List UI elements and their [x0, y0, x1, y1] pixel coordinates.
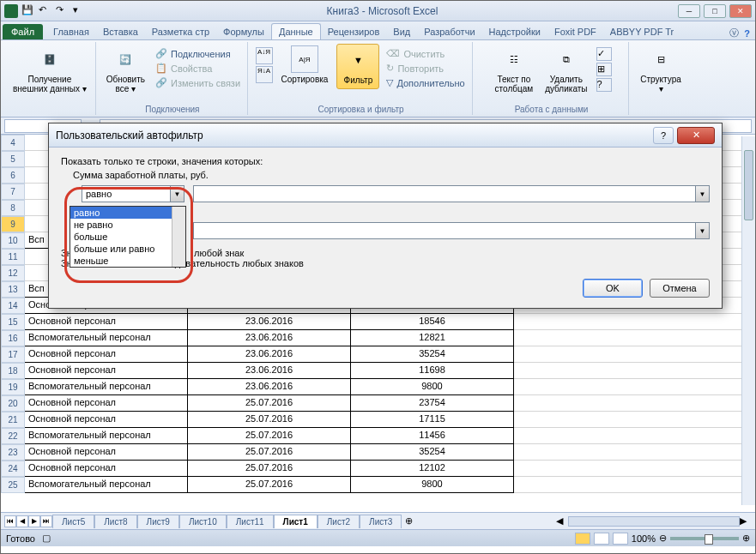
cell[interactable]: 25.07.2016	[188, 461, 351, 477]
cell[interactable]: 12102	[351, 461, 514, 477]
zoom-in-button[interactable]: ⊕	[742, 533, 750, 544]
sort-az-icon[interactable]: A↓Я	[256, 47, 273, 64]
tab-insert[interactable]: Вставка	[96, 24, 145, 39]
tab-view[interactable]: Вид	[386, 24, 417, 39]
dropdown-scrollbar[interactable]	[172, 207, 185, 267]
ok-button[interactable]: OK	[583, 279, 643, 298]
row-header[interactable]: 11	[1, 249, 25, 265]
cell[interactable]: 23.06.2016	[188, 314, 351, 330]
zoom-out-button[interactable]: ⊖	[659, 533, 667, 544]
text-to-columns-button[interactable]: ☷ Текст по столбцам	[492, 44, 537, 95]
pagelayout-view-button[interactable]	[594, 533, 609, 545]
tab-data[interactable]: Данные	[271, 23, 321, 39]
hscroll-right[interactable]: ▶	[740, 515, 752, 527]
cell[interactable]: Вспомогательный персонал	[25, 477, 188, 493]
cell[interactable]: 25.07.2016	[188, 428, 351, 444]
cell[interactable]: Основной персонал	[25, 395, 188, 412]
sort-button[interactable]: A|Я Сортировка	[278, 44, 332, 89]
cell[interactable]: 9800	[351, 477, 514, 493]
cell[interactable]: 23.06.2016	[188, 379, 351, 395]
row-header[interactable]: 22	[1, 428, 25, 444]
sheet-nav-first[interactable]: ⏮	[4, 515, 16, 527]
outline-button[interactable]: ⊟ Структура ▾	[637, 44, 684, 95]
sort-za-icon[interactable]: Я↓A	[256, 66, 273, 83]
row-header[interactable]: 7	[1, 184, 25, 200]
tab-review[interactable]: Рецензиров	[321, 24, 387, 39]
get-external-data-button[interactable]: 🗄️ Получение внешних данных ▾	[9, 44, 90, 95]
dialog-close-button[interactable]: ✕	[677, 127, 715, 144]
row-header[interactable]: 23	[1, 444, 25, 461]
cell[interactable]	[514, 428, 755, 444]
cell[interactable]: 9800	[351, 379, 514, 395]
advanced-filter-button[interactable]: ▽Дополнительно	[384, 76, 466, 89]
sheet-tab[interactable]: Лист1	[274, 515, 318, 528]
normal-view-button[interactable]	[575, 533, 590, 545]
sheet-tab[interactable]: Лист8	[94, 515, 136, 528]
cell[interactable]	[514, 412, 755, 428]
cell[interactable]: Основной персонал	[25, 412, 188, 428]
cell[interactable]: 25.07.2016	[188, 395, 351, 412]
option-less[interactable]: меньше	[70, 255, 185, 267]
cell[interactable]: 25.07.2016	[188, 444, 351, 461]
sheet-tab[interactable]: Лист2	[318, 515, 360, 528]
macro-record-icon[interactable]: ▢	[42, 533, 51, 544]
cell[interactable]: 35254	[351, 444, 514, 461]
cell[interactable]: 23.06.2016	[188, 363, 351, 379]
sheet-tab[interactable]: Лист5	[52, 515, 94, 528]
sheet-tab[interactable]: Лист10	[179, 515, 227, 528]
row-header[interactable]: 20	[1, 395, 25, 412]
cell[interactable]: Основной персонал	[25, 346, 188, 363]
tab-addins[interactable]: Надстройки	[482, 24, 547, 39]
sheet-nav-next[interactable]: ▶	[28, 515, 40, 527]
consolidate-icon[interactable]: ⊞	[596, 63, 612, 76]
row-header[interactable]: 4	[1, 135, 25, 151]
cell[interactable]	[514, 363, 755, 379]
sheet-nav-last[interactable]: ⏭	[40, 515, 52, 527]
row-header[interactable]: 5	[1, 151, 25, 167]
option-greater[interactable]: больше	[70, 231, 185, 243]
option-greaterequal[interactable]: больше или равно	[70, 243, 185, 255]
cell[interactable]: 12821	[351, 330, 514, 346]
tab-developer[interactable]: Разработчи	[417, 24, 481, 39]
tab-abbyy[interactable]: ABBYY PDF Tr	[603, 24, 680, 39]
cell[interactable]: Основной персонал	[25, 314, 188, 330]
cell[interactable]: Вспомогательный персонал	[25, 428, 188, 444]
row-header[interactable]: 24	[1, 461, 25, 477]
sheet-nav-prev[interactable]: ◀	[16, 515, 28, 527]
cell[interactable]: 35254	[351, 346, 514, 363]
row-header[interactable]: 21	[1, 412, 25, 428]
tab-home[interactable]: Главная	[46, 24, 96, 39]
maximize-button[interactable]: □	[704, 4, 726, 18]
cell[interactable]: 23.06.2016	[188, 330, 351, 346]
cell[interactable]: Основной персонал	[25, 363, 188, 379]
row-header[interactable]: 18	[1, 363, 25, 379]
vertical-scrollbar[interactable]	[741, 136, 755, 505]
cancel-button[interactable]: Отмена	[650, 279, 710, 298]
row-header[interactable]: 16	[1, 330, 25, 346]
redo-icon[interactable]: ↷	[56, 4, 70, 18]
file-tab[interactable]: Файл	[3, 24, 43, 39]
row-header[interactable]: 9	[1, 216, 25, 232]
close-button[interactable]: ✕	[729, 4, 752, 18]
cell[interactable]	[514, 330, 755, 346]
help-icon[interactable]: ?	[744, 28, 750, 39]
tab-formulas[interactable]: Формулы	[216, 24, 271, 39]
cell[interactable]: 25.07.2016	[188, 477, 351, 493]
cell[interactable]: 17115	[351, 412, 514, 428]
cell[interactable]	[514, 346, 755, 363]
cell[interactable]: 11456	[351, 428, 514, 444]
whatif-icon[interactable]: ?	[596, 78, 612, 92]
zoom-slider[interactable]	[670, 537, 739, 540]
cell[interactable]	[514, 461, 755, 477]
sheet-tab[interactable]: Лист9	[137, 515, 179, 528]
sheet-tab[interactable]: Лист11	[227, 515, 274, 528]
cell[interactable]: 23.06.2016	[188, 346, 351, 363]
cell[interactable]: 18546	[351, 314, 514, 330]
row-header[interactable]: 8	[1, 200, 25, 216]
row-header[interactable]: 15	[1, 314, 25, 330]
cell[interactable]: 11698	[351, 363, 514, 379]
cell[interactable]	[514, 444, 755, 461]
new-sheet-icon[interactable]: ⊕	[405, 515, 413, 527]
qat-more-icon[interactable]: ▾	[73, 4, 87, 18]
row-header[interactable]: 17	[1, 346, 25, 363]
